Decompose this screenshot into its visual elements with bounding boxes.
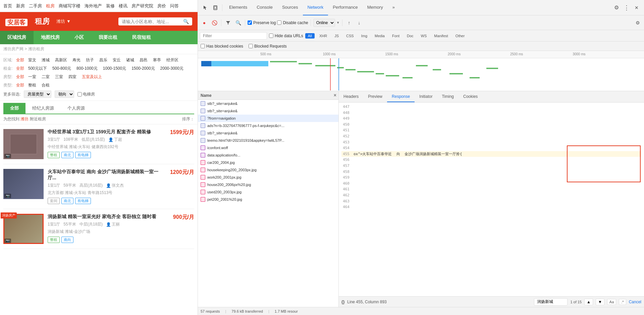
city-link[interactable]: 潍坊 <box>20 117 29 121</box>
record-btn[interactable]: ● <box>200 18 209 27</box>
rent-1500-2000[interactable]: 1500-2000元 <box>130 65 156 72</box>
nav-overseas[interactable]: 海外地产 <box>85 3 102 9</box>
request-item[interactable]: teemo.html?dt=202101910&appkey=IwliL57P.… <box>198 137 338 144</box>
type-btn-js[interactable]: JS <box>332 33 341 39</box>
type-btn-all[interactable]: All <box>305 33 315 39</box>
room-3[interactable]: 三室 <box>54 74 64 80</box>
type-btn-font[interactable]: Font <box>389 33 402 39</box>
request-item[interactable]: car200_2004.jpg <box>198 159 338 166</box>
listing-title[interactable]: 火车站中百泰华近 南向 金沙广场润扬新城精装一室一厅... <box>48 169 166 181</box>
type-btn-manifest[interactable]: Manifest <box>431 33 451 39</box>
hide-data-urls-checkbox[interactable] <box>269 34 273 38</box>
source-tab-agent[interactable]: 经纪人房源 <box>25 103 61 114</box>
nav-qa[interactable]: 问答 <box>170 3 179 9</box>
clear-btn[interactable]: 🚫 <box>210 18 219 27</box>
area-shimwen[interactable]: 室文 <box>27 57 38 63</box>
search-aa-btn[interactable]: Aa <box>607 299 616 305</box>
area-zhucheng[interactable]: 诸城 <box>125 57 136 63</box>
devtools-more-btn[interactable]: ⋮ <box>622 3 631 12</box>
rent-2000-3000[interactable]: 2000-3000元 <box>159 65 185 72</box>
source-tab-personal[interactable]: 个人房源 <box>61 103 92 114</box>
search-next-btn[interactable]: ▼ <box>596 299 604 305</box>
elevator-checkbox[interactable] <box>77 92 82 97</box>
area-all[interactable]: 全部 <box>16 57 24 63</box>
city-selector[interactable]: 潍坊 ▼ <box>56 18 71 24</box>
request-item[interactable]: used200_2003px.jpg <box>198 188 338 196</box>
dt-tab-console[interactable]: Console <box>252 0 277 15</box>
tab-short-rent[interactable]: 民宿短租 <box>125 31 158 44</box>
room-2[interactable]: 二室 <box>40 74 51 80</box>
search-input[interactable] <box>122 19 181 24</box>
request-item[interactable]: housekeeping200_2003px.jpg <box>198 166 338 174</box>
tab-rent-out[interactable]: 我要出租 <box>91 31 125 44</box>
detail-tab-initiator[interactable]: Initiator <box>415 91 437 102</box>
blocked-requests-label[interactable]: Blocked Requests <box>249 44 287 49</box>
upload-btn[interactable]: ↑ <box>345 18 354 27</box>
blocked-requests-checkbox[interactable] <box>249 44 253 48</box>
has-blocked-cookies-checkbox[interactable] <box>201 44 205 48</box>
request-item[interactable]: iconfont.woff <box>198 144 338 151</box>
throttle-select[interactable]: Online <box>313 19 335 27</box>
close-detail-btn[interactable]: × <box>334 92 336 98</box>
detail-tab-response[interactable]: Response <box>387 91 415 102</box>
room-all[interactable]: 全部 <box>16 74 24 80</box>
direction-select[interactable]: 朝向 <box>55 90 74 98</box>
search-icon[interactable]: 🔍 <box>183 19 189 24</box>
area-changle[interactable]: 昌乐 <box>98 57 109 63</box>
nav-rent[interactable]: 租房 <box>46 3 55 9</box>
elevator-checkbox-label[interactable]: 电梯房 <box>77 91 95 97</box>
tab-map-search[interactable]: 地图找房 <box>34 31 67 44</box>
area-gaoxin[interactable]: 高新区 <box>54 57 68 63</box>
disable-cache-checkbox[interactable] <box>277 20 281 25</box>
detail-tab-headers[interactable]: Headers <box>339 91 363 102</box>
request-item[interactable]: pet200_2001%20.jpg <box>198 196 338 203</box>
request-item[interactable]: work200_2001px.jpg <box>198 174 338 181</box>
listing-title[interactable]: 润扬新城 精装一室采光好 家电齐全 客卧独立 随时看 <box>48 214 169 220</box>
detail-tab-timing[interactable]: Timing <box>437 91 459 102</box>
response-search-input[interactable] <box>534 298 568 306</box>
cursor-tool-btn[interactable] <box>201 3 210 12</box>
search-cancel-btn[interactable]: Cancel <box>629 300 641 304</box>
nav-new-house[interactable]: 新房 <box>16 3 25 9</box>
type-btn-ws[interactable]: WS <box>418 33 430 39</box>
detail-tab-preview[interactable]: Preview <box>363 91 387 102</box>
tab-area-search[interactable]: 区域找房 <box>0 31 34 44</box>
type-btn-xhr[interactable]: XHR <box>317 33 330 39</box>
network-settings-btn[interactable]: ⚙ <box>633 18 642 27</box>
rent-500[interactable]: 500元以下 <box>27 65 48 72</box>
search-prev-btn[interactable]: ▲ <box>584 299 593 305</box>
dt-tab-sources[interactable]: Sources <box>277 0 303 15</box>
detail-tab-cookies[interactable]: Cookies <box>459 91 482 102</box>
area-anqiu[interactable]: 安丘 <box>111 57 122 63</box>
nav-news[interactable]: 楼讯 <box>119 3 127 9</box>
request-item[interactable]: data:application/fo... <box>198 151 338 159</box>
area-weicheng[interactable]: 潍城 <box>40 57 51 63</box>
dt-tab-memory[interactable]: Memory <box>363 0 388 15</box>
request-item[interactable]: stb?_site=anjuke& <box>198 100 338 107</box>
nav-second-hand[interactable]: 二手房 <box>29 3 42 9</box>
type-btn-other[interactable]: Other <box>453 33 468 39</box>
request-item[interactable]: house200_2006px%20.jpg <box>198 181 338 188</box>
rent-all[interactable]: 全部 <box>16 66 24 71</box>
request-item[interactable]: stb?_site=anjuke& <box>198 129 338 137</box>
device-toggle-btn[interactable] <box>211 3 220 12</box>
type-all[interactable]: 全部 <box>16 82 24 88</box>
type-btn-media[interactable]: Media <box>372 33 387 39</box>
room-1[interactable]: 一室 <box>27 74 38 80</box>
dt-tab-network[interactable]: Network <box>303 0 328 15</box>
nav-price[interactable]: 房价 <box>157 3 166 9</box>
filter-input[interactable] <box>200 32 267 40</box>
tab-community[interactable]: 小区 <box>67 31 91 44</box>
dt-tab-elements[interactable]: Elements <box>224 0 252 15</box>
hide-data-urls-label[interactable]: Hide data URLs <box>269 34 303 38</box>
type-btn-css[interactable]: CSS <box>343 33 357 39</box>
room-4[interactable]: 四室 <box>67 74 78 80</box>
has-blocked-cookies-label[interactable]: Has blocked cookies <box>201 44 243 49</box>
nav-renovation[interactable]: 装修 <box>106 3 115 9</box>
nav-home[interactable]: 首页 <box>3 3 12 9</box>
type-btn-doc[interactable]: Doc <box>404 33 416 39</box>
download-btn[interactable]: ↓ <box>355 18 364 27</box>
nav-research[interactable]: 房产研究院 <box>131 3 153 9</box>
devtools-settings-btn[interactable]: ⚙ <box>612 3 621 12</box>
search-network-btn[interactable]: 🔍 <box>234 18 243 27</box>
